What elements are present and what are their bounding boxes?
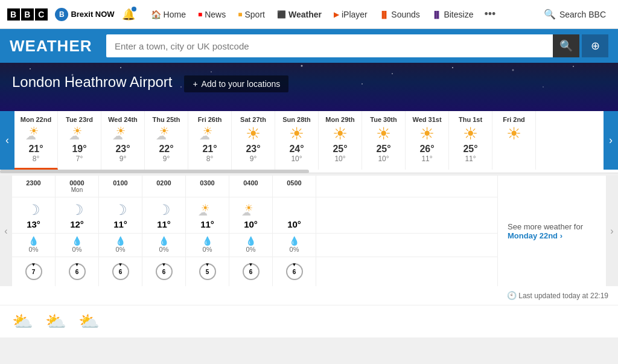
forecast-scrollbar[interactable]	[0, 170, 618, 173]
hourly-wind-cell-0: 7 ▼	[12, 257, 56, 286]
hourly-time: 2300	[14, 179, 53, 187]
clock-icon: 🕙	[507, 291, 517, 300]
svg-point-3	[211, 71, 212, 72]
add-location-button[interactable]: + Add to your locations	[184, 75, 288, 92]
nav-news[interactable]: ■ News	[192, 0, 232, 29]
forecast-day-4[interactable]: Fri 26th ☀ ☁ 21° 8°	[188, 111, 232, 170]
forecast-strip-wrapper: ‹ Mon 22nd ☀ ☁ 21° 8° Tue 23rd ☀ ☁ 19° 7…	[0, 111, 618, 170]
nav-sounds[interactable]: ▐▌ Sounds	[374, 0, 426, 29]
forecast-day-1[interactable]: Tue 23rd ☀ ☁ 19° 7°	[58, 111, 101, 170]
forecast-date: Wed 24th	[108, 116, 138, 123]
forecast-low-temp: 7°	[76, 155, 83, 163]
forecast-day-11[interactable]: Fri 2nd ☀	[492, 111, 536, 170]
iplayer-icon: ▶	[334, 10, 339, 19]
forecast-day-9[interactable]: Wed 31st ☀ 26° 11°	[406, 111, 449, 170]
hourly-time-cell-1: 0000 Mon	[56, 176, 99, 197]
bbc-b: B	[7, 8, 20, 21]
hourly-weather-icon: ☽	[58, 201, 96, 219]
forecast-day-5[interactable]: Sat 27th ☀ 23° 9°	[232, 111, 275, 170]
search-area[interactable]: 🔍 Search BBC	[539, 8, 611, 20]
bbc-logo[interactable]: B B C	[7, 8, 48, 21]
search-icon: 🔍	[544, 8, 556, 20]
forecast-day-0[interactable]: Mon 22nd ☀ ☁ 21° 8°	[14, 111, 58, 170]
bottom-icon-1: ⛅	[45, 311, 66, 331]
hourly-next-button[interactable]: ›	[606, 176, 618, 286]
wind-speed: 5	[206, 269, 209, 275]
hourly-time-cell-5: 0400	[229, 176, 273, 197]
partly-cloudy-icon: ☀☁	[241, 202, 261, 218]
hourly-rain-cell-3: 💧 0%	[142, 234, 186, 257]
notification-dot	[132, 7, 136, 11]
forecast-day-8[interactable]: Tue 30th ☀ 25° 10°	[362, 111, 406, 170]
forecast-prev-button[interactable]: ‹	[0, 111, 14, 170]
nav-home[interactable]: 🏠 Home	[145, 0, 192, 29]
wind-circle: 6 ▼	[69, 263, 86, 280]
rain-drops-icon: 💧	[101, 236, 139, 246]
brexit-label: Brexit NOW	[71, 10, 114, 19]
rain-drops-icon: 💧	[232, 236, 270, 246]
plus-icon: +	[193, 79, 197, 89]
nav-weather-label: Weather	[288, 10, 322, 19]
forecast-high-temp: 26°	[419, 144, 434, 155]
hourly-rain-cell-1: 💧 0%	[56, 234, 99, 257]
hourly-time: 0100	[101, 179, 139, 187]
forecast-next-button[interactable]: ›	[604, 111, 618, 170]
forecast-high-temp: 21°	[202, 144, 217, 155]
forecast-low-temp: 10°	[291, 155, 302, 163]
hourly-weather-icon	[275, 201, 313, 219]
hourly-icon-cell-2: ☽ 11°	[99, 197, 142, 233]
add-location-label: Add to your locations	[202, 79, 281, 89]
wind-circle: 7 ▼	[25, 263, 42, 280]
forecast-weather-icon: ☀	[246, 123, 261, 144]
see-more-link[interactable]: Monday 22nd ›	[508, 231, 596, 240]
forecast-low-temp: 11°	[465, 155, 476, 163]
location-banner: London Heathrow Airport + Add to your lo…	[0, 63, 618, 111]
hourly-time: 0400	[232, 179, 270, 187]
weather-search-button[interactable]: 🔍	[553, 34, 579, 57]
hourly-time-cell-3: 0200	[142, 176, 186, 197]
weather-search-input[interactable]	[106, 41, 553, 51]
bottom-strip: ⛅ ⛅ ⛅	[0, 305, 618, 337]
nav-bitesize[interactable]: ▐▌ Bitesize	[426, 0, 480, 29]
forecast-weather-icon: ☀ ☁	[25, 123, 47, 144]
hourly-weather-icon: ☽	[101, 201, 139, 219]
see-more-cell: See more weather for Monday 22nd ›	[497, 176, 606, 286]
nav-sounds-label: Sounds	[391, 10, 419, 19]
forecast-day-10[interactable]: Thu 1st ☀ 25° 11°	[449, 111, 492, 170]
forecast-day-3[interactable]: Thu 25th ☀ ☁ 22° 9°	[145, 111, 188, 170]
notification-bell[interactable]: 🔔	[122, 8, 135, 21]
nav-iplayer[interactable]: ▶ iPlayer	[328, 0, 374, 29]
forecast-date: Sun 28th	[282, 116, 310, 123]
forecast-day-2[interactable]: Wed 24th ☀ ☁ 23° 9°	[101, 111, 145, 170]
hourly-rain-cell-6: 💧 0%	[273, 234, 316, 257]
wind-arrow-icon: ▼	[292, 262, 297, 267]
sport-icon: ■	[238, 10, 242, 19]
rain-percentage: 0%	[232, 246, 270, 253]
forecast-weather-icon: ☀ ☁	[156, 123, 177, 144]
bottom-icon-0: ⛅	[12, 311, 33, 331]
hourly-temp: 10°	[232, 219, 270, 229]
forecast-day-6[interactable]: Sun 28th ☀ 24° 10°	[275, 111, 319, 170]
forecast-day-7[interactable]: Mon 29th ☀ 25° 10°	[319, 111, 362, 170]
forecast-low-temp: 8°	[206, 155, 213, 163]
nav-more-button[interactable]: •••	[479, 8, 500, 21]
forecast-low-temp: 9°	[163, 155, 170, 163]
nav-sport-label: Sport	[244, 10, 264, 19]
hourly-temp: 11°	[188, 219, 226, 229]
wind-arrow-icon: ▼	[162, 262, 167, 267]
hourly-icon-cell-5: ☀☁ 10°	[229, 197, 273, 233]
hourly-time-cell-6: 0500	[273, 176, 316, 197]
rain-drops-icon: 💧	[58, 236, 96, 246]
hourly-rain-cell-4: 💧 0%	[186, 234, 229, 257]
forecast-weather-icon: ☀	[289, 123, 304, 144]
hourly-weather-icon: ☽	[145, 201, 183, 219]
nav-sport[interactable]: ■ Sport	[232, 0, 271, 29]
brexit-badge-area[interactable]: B Brexit NOW	[55, 8, 114, 21]
forecast-weather-icon: ☀	[419, 123, 435, 144]
nav-weather[interactable]: ⬛ Weather	[271, 0, 328, 29]
hourly-prev-button[interactable]: ‹	[0, 176, 12, 286]
forecast-high-temp: 22°	[159, 144, 173, 155]
forecast-low-temp: 9°	[119, 155, 126, 163]
weather-globe-button[interactable]: ⊕	[582, 34, 608, 57]
brexit-circle: B	[55, 8, 68, 21]
